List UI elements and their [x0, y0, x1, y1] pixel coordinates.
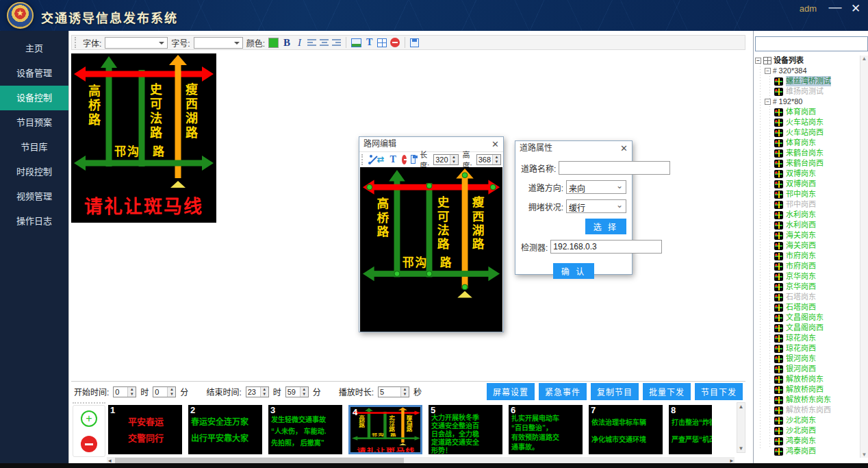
tree-device-火车站岗东[interactable]: 火车站岗东 — [755, 117, 859, 127]
font-size-select[interactable] — [194, 37, 243, 49]
tree-device-水利岗东[interactable]: 水利岗东 — [755, 210, 859, 220]
delete-icon[interactable] — [402, 155, 407, 164]
close-button[interactable]: ✕ — [847, 1, 864, 16]
close-icon[interactable]: ✕ — [620, 141, 628, 156]
save-icon[interactable] — [411, 155, 416, 164]
thumbnail-5[interactable]: 大力开展秋冬季交通安全整治百日会战，全力稳定道路交通安全形势！5 — [429, 405, 502, 454]
align-left-icon[interactable] — [307, 39, 316, 47]
thumbnail-4[interactable]: 高桥路 史可法路 瘦西湖路 邗沟 路 请礼让斑马线4 — [348, 405, 422, 454]
tree-device-沙北岗东[interactable]: 沙北岗东 — [755, 415, 859, 426]
action-button-3[interactable]: 复制节目 — [591, 383, 639, 400]
road-direction-select[interactable]: 来向 — [566, 180, 626, 194]
tree-device-京华岗东[interactable]: 京华岗东 — [755, 271, 859, 282]
double-arrow-icon[interactable]: ⇄ — [376, 154, 384, 164]
sign-preview-canvas[interactable]: 高桥路 史可法路 瘦西湖路 邗沟 路 请礼让斑马线 — [71, 53, 216, 223]
bold-button[interactable]: B — [282, 37, 292, 49]
tree-device-石塔岗西[interactable]: 石塔岗西 — [755, 302, 859, 312]
text-icon[interactable]: T — [388, 154, 397, 165]
sidebar-item-5[interactable]: 节目库 — [0, 135, 68, 160]
add-program-button[interactable]: + — [81, 410, 97, 427]
action-button-1[interactable]: 屏幕设置 — [487, 383, 535, 400]
thumbnail-2[interactable]: 春运安全连万家出行平安靠大家2 — [188, 405, 262, 454]
tree-device-海关岗西[interactable]: 海关岗西 — [755, 241, 859, 251]
action-button-4[interactable]: 批量下发 — [643, 383, 691, 400]
tree-device-市府岗东[interactable]: 市府岗东 — [755, 251, 859, 261]
length-spinner[interactable]: 320▲▼ — [433, 154, 458, 165]
toolbar-drag-handle[interactable] — [75, 37, 78, 48]
line-draw-icon[interactable] — [368, 155, 373, 164]
height-spinner[interactable]: 368▲▼ — [476, 154, 501, 165]
sidebar-item-8[interactable]: 操作日志 — [0, 209, 68, 234]
end-hour-spinner[interactable]: 23▲▼ — [246, 386, 269, 397]
device-search-input[interactable] — [755, 36, 868, 51]
text-icon[interactable]: T — [365, 37, 374, 48]
grid-icon[interactable] — [377, 38, 387, 47]
tree-device-邗中岗东[interactable]: 邗中岗东 — [755, 189, 859, 199]
tree-device-体育岗西[interactable]: 体育岗西 — [755, 107, 859, 117]
sidebar-item-2[interactable]: 设备管理 — [0, 61, 68, 86]
sidebar-item-7[interactable]: 视频管理 — [0, 184, 68, 209]
thumbnail-8[interactable]: 打击整治“炸街严查严惩“机改8 — [669, 405, 712, 454]
road-name-input[interactable] — [559, 161, 670, 175]
thumbnail-1[interactable]: 平安春运交警同行1 — [108, 405, 182, 454]
color-swatch[interactable] — [268, 38, 279, 48]
confirm-button[interactable]: 确 认 — [553, 263, 594, 279]
align-right-icon[interactable] — [332, 39, 341, 47]
remove-program-button[interactable] — [81, 436, 97, 452]
tree-device-石塔岗东[interactable]: 石塔岗东 — [755, 292, 859, 302]
thumbnail-7[interactable]: 依法治理非标车辆净化城市交通环境7 — [589, 405, 663, 454]
sidebar-item-1[interactable]: 主页 — [0, 36, 68, 61]
tree-device-解放桥东岗西[interactable]: 解放桥东岗西 — [755, 405, 859, 415]
save-icon[interactable] — [410, 38, 419, 47]
roadnet-edit-canvas[interactable]: 高桥路 史可法路 瘦西湖路 邗沟 路 — [360, 167, 502, 332]
tree-device-银河岗东[interactable]: 银河岗东 — [755, 354, 859, 364]
tree-device-解放桥岗东[interactable]: 解放桥岗东 — [755, 374, 859, 384]
sidebar-item-4[interactable]: 节目预案 — [0, 110, 68, 135]
select-detector-button[interactable]: 选 择 — [585, 219, 626, 234]
tree-root[interactable]: 设备列表 — [755, 56, 859, 66]
align-center-icon[interactable] — [320, 39, 329, 47]
tree-device-沙北岗西[interactable]: 沙北岗西 — [755, 426, 859, 436]
start-minute-spinner[interactable]: 0▲▼ — [153, 386, 176, 397]
tree-device-体育岗东[interactable]: 体育岗东 — [755, 138, 859, 148]
action-button-5[interactable]: 节目下发 — [695, 383, 743, 400]
logged-in-user[interactable]: adm — [800, 3, 817, 14]
italic-button[interactable]: I — [295, 37, 304, 49]
tree-group-320*384[interactable]: #320*384 — [755, 66, 859, 76]
tree-device-银河岗西[interactable]: 银河岗西 — [755, 364, 859, 374]
delete-icon[interactable] — [390, 38, 400, 47]
tree-device-水利岗西[interactable]: 水利岗西 — [755, 220, 859, 230]
detector-input[interactable] — [550, 240, 662, 254]
image-icon[interactable] — [351, 38, 361, 47]
duration-spinner[interactable]: 5▲▼ — [378, 386, 409, 397]
sidebar-item-6[interactable]: 时段控制 — [0, 160, 68, 184]
tree-device-琼花岗西[interactable]: 琼花岗西 — [755, 343, 859, 354]
tree-device-琼花岗东[interactable]: 琼花岗东 — [755, 333, 859, 343]
tree-device-解放桥岗西[interactable]: 解放桥岗西 — [755, 384, 859, 395]
tree-device-双博岗西[interactable]: 双博岗西 — [755, 179, 859, 189]
thumbnail-3[interactable]: 发生轻微交通事故“人未伤， 车能动.先拍照， 后撤离”3 — [268, 405, 342, 454]
tree-device-邗中岗西[interactable]: 邗中岗西 — [755, 199, 859, 210]
thumbnail-vertical-scrollbar[interactable]: ▲▼ — [737, 402, 745, 453]
minimize-button[interactable]: — — [827, 0, 843, 14]
tree-device-京华岗西[interactable]: 京华岗西 — [755, 282, 859, 292]
thumbnail-6[interactable]: 扎实开展电动车“百日整治”，有效预防道路交通事故。6 — [509, 405, 583, 454]
action-button-2[interactable]: 紧急事件 — [539, 383, 587, 400]
tree-device-来鹤台岗西[interactable]: 来鹤台岗西 — [755, 158, 859, 169]
sidebar-item-3[interactable]: 设备控制 — [0, 86, 68, 110]
font-select[interactable] — [105, 37, 168, 49]
end-minute-spinner[interactable]: 59▲▼ — [285, 386, 309, 397]
tree-device-解放桥东岗东[interactable]: 解放桥东岗东 — [755, 395, 859, 405]
collapse-icon[interactable] — [765, 68, 771, 74]
tree-device-文昌阁岗东[interactable]: 文昌阁岗东 — [755, 312, 859, 323]
tree-device-文昌阁岗西[interactable]: 文昌阁岗西 — [755, 323, 859, 333]
tree-device-鸿泰岗西[interactable]: 鸿泰岗西 — [755, 446, 859, 456]
tree-device-火车站岗西[interactable]: 火车站岗西 — [755, 127, 859, 138]
start-hour-spinner[interactable]: 0▲▼ — [113, 386, 136, 397]
congestion-select[interactable]: 缓行 — [566, 199, 626, 213]
collapse-icon[interactable] — [765, 99, 771, 105]
tree-device-双博岗东[interactable]: 双博岗东 — [755, 169, 859, 179]
tree-device-鸿泰岗东[interactable]: 鸿泰岗东 — [755, 436, 859, 446]
tree-device-来鹤台岗东[interactable]: 来鹤台岗东 — [755, 148, 859, 158]
close-icon[interactable]: ✕ — [492, 137, 499, 151]
